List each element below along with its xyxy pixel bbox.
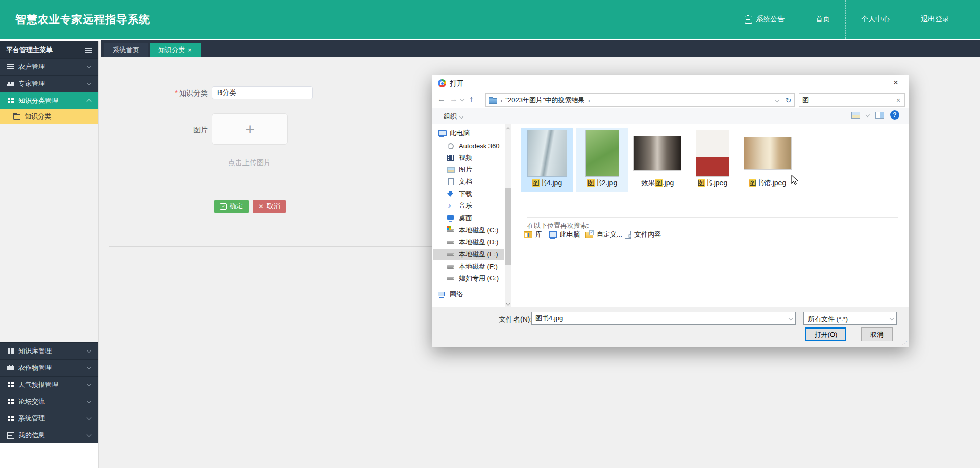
scroll-up-icon[interactable] <box>505 124 511 131</box>
announcement-icon <box>745 16 752 24</box>
search-again-this-pc[interactable]: 此电脑 <box>548 230 580 239</box>
view-dropdown-icon[interactable] <box>866 113 870 117</box>
file-tile-xiaoguotu[interactable]: 效果图.jpg <box>631 128 683 192</box>
tree-item-videos[interactable]: 视频 <box>433 152 504 163</box>
preview-pane-icon[interactable] <box>875 112 884 119</box>
sidebar-item-knowledge-category-mgmt[interactable]: 知识分类管理 <box>0 92 98 109</box>
tree-item-drive-f[interactable]: 本地磁盘 (F:) <box>433 261 504 272</box>
sidebar-item-my-info[interactable]: 我的信息 <box>0 427 98 443</box>
tab-knowledge-category[interactable]: 知识分类 × <box>150 43 201 57</box>
filename-combo <box>531 312 796 325</box>
resize-grip[interactable]: ⋰ <box>902 340 908 346</box>
breadcrumb-separator: › <box>588 97 590 104</box>
thumbnail-wrap <box>521 128 573 178</box>
menu-toggle-icon[interactable] <box>85 48 92 49</box>
dialog-search-input[interactable] <box>799 94 897 106</box>
music-icon <box>447 202 455 210</box>
file-tile-tushuguan[interactable]: 图书馆.jpeg <box>742 128 794 192</box>
nav-item-label: 个人中心 <box>861 15 890 24</box>
nav-item-home[interactable]: 首页 <box>800 0 845 39</box>
confirm-button[interactable]: ✓ 确定 <box>214 200 249 213</box>
breadcrumb[interactable]: "2023年图片"中的搜索结果 <box>505 96 584 105</box>
tree-item-drive-d[interactable]: 本地磁盘 (D:) <box>433 237 504 248</box>
tree-item-this-pc[interactable]: 此电脑 <box>433 128 504 139</box>
sidebar-item-expert-mgmt[interactable]: 专家管理 <box>0 75 98 92</box>
sidebar-subitem-knowledge-category[interactable]: 知识分类 <box>0 109 98 124</box>
tree-item-autodesk-360[interactable]: Autodesk 360 <box>433 140 504 151</box>
help-icon[interactable]: ? <box>890 110 899 120</box>
search-again-file-contents[interactable]: 文件内容 <box>625 230 661 239</box>
back-icon[interactable]: ← <box>437 95 446 104</box>
open-button[interactable]: 打开(O) <box>805 327 846 341</box>
thumbnail-view-icon[interactable] <box>851 112 860 119</box>
tab-bar: 系统首页 知识分类 × <box>101 40 980 57</box>
sidebar-item-forum[interactable]: 论坛交流 <box>0 393 98 410</box>
chevron-down-icon <box>87 432 92 437</box>
search-clear-icon[interactable]: × <box>893 95 902 105</box>
search-again-custom[interactable]: 自定义... <box>585 230 622 239</box>
dialog-cancel-button[interactable]: 取消 <box>861 327 893 341</box>
refresh-icon[interactable]: ↻ <box>782 93 795 107</box>
chevron-down-icon <box>87 365 92 370</box>
tree-item-network[interactable]: 网络 <box>433 289 504 300</box>
filetype-combo[interactable]: 所有文件 (*.*) <box>803 312 897 325</box>
tree-item-downloads[interactable]: 下载 <box>433 189 504 200</box>
organize-button[interactable]: 组织 <box>440 111 466 122</box>
check-icon: ✓ <box>220 203 227 210</box>
close-icon[interactable]: × <box>188 43 192 57</box>
tab-label: 系统首页 <box>113 43 139 57</box>
tree-item-label: 本地磁盘 (D:) <box>459 238 498 247</box>
link-label: 文件内容 <box>634 230 661 239</box>
grid-icon <box>7 382 14 388</box>
tree-item-drive-e[interactable]: 本地磁盘 (E:) <box>433 249 504 260</box>
file-tile-tushu[interactable]: 图书.jpeg <box>687 128 739 192</box>
address-dropdown-icon[interactable] <box>775 98 779 102</box>
sidebar-item-label: 知识库管理 <box>18 346 87 356</box>
search-again-libraries[interactable]: 库 <box>524 230 542 239</box>
combo-dropdown-icon[interactable] <box>789 316 793 320</box>
dialog-close-button[interactable]: × <box>885 75 906 90</box>
tree-item-documents[interactable]: 文档 <box>433 176 504 188</box>
nav-item-announcements[interactable]: 系统公告 <box>729 0 800 39</box>
up-icon[interactable]: ↑ <box>469 95 473 104</box>
sidebar-item-knowledge-base-mgmt[interactable]: 知识库管理 <box>0 342 98 359</box>
system-drive-icon <box>447 227 455 235</box>
dialog-title-bar[interactable]: 打开 × <box>432 75 909 91</box>
scroll-down-icon[interactable] <box>505 300 511 307</box>
tree-scrollbar[interactable] <box>505 124 511 307</box>
sidebar-item-weather-forecast-mgmt[interactable]: 天气预报管理 <box>0 376 98 393</box>
search-folder-icon <box>489 97 497 103</box>
tree-item-drive-g[interactable]: 媳妇专用 (G:) <box>433 273 504 284</box>
tree-item-desktop[interactable]: 桌面 <box>433 213 504 224</box>
toolbar-view-controls: ? <box>851 110 899 120</box>
nav-item-logout[interactable]: 退出登录 <box>905 0 965 39</box>
history-dropdown-icon[interactable] <box>460 97 464 101</box>
tree-item-label: 桌面 <box>459 214 472 223</box>
file-tile-tushu2[interactable]: 图书2.jpg <box>576 128 628 192</box>
address-bar[interactable]: › "2023年图片"中的搜索结果 › <box>485 93 782 107</box>
page: 智慧农业专家远程指导系统 系统公告 首页 个人中心 退出登录 平台管理主菜单 <box>0 0 980 468</box>
forward-icon[interactable]: → <box>450 95 458 104</box>
file-tile-tushu4[interactable]: 图书4.jpg <box>521 128 573 192</box>
sidebar-item-crop-mgmt[interactable]: 农作物管理 <box>0 359 98 376</box>
cancel-button[interactable]: ✕ 取消 <box>253 200 286 213</box>
sidebar-item-farmer-mgmt[interactable]: 农户管理 <box>0 58 98 75</box>
image-upload-box[interactable]: + <box>212 113 288 145</box>
chrome-icon <box>438 79 446 87</box>
grid-icon <box>7 415 14 422</box>
tree-item-music[interactable]: 音乐 <box>433 200 504 212</box>
tree-item-pictures[interactable]: 图片 <box>433 164 504 175</box>
tree-item-drive-c[interactable]: 本地磁盘 (C:) <box>433 225 504 236</box>
nav-item-profile[interactable]: 个人中心 <box>845 0 905 39</box>
file-name: 图书馆.jpeg <box>742 178 794 188</box>
filename-input[interactable] <box>532 312 787 324</box>
tab-system-home[interactable]: 系统首页 <box>104 43 148 57</box>
app-title: 智慧农业专家远程指导系统 <box>15 0 150 39</box>
file-name: 图书2.jpg <box>576 178 628 188</box>
tree-item-label: 本地磁盘 (F:) <box>459 262 498 271</box>
picture-icon <box>447 166 455 174</box>
sidebar-item-system-mgmt[interactable]: 系统管理 <box>0 410 98 427</box>
scrollbar-thumb[interactable] <box>505 188 511 265</box>
sidebar-spacer <box>0 124 98 342</box>
category-input[interactable] <box>212 86 313 99</box>
